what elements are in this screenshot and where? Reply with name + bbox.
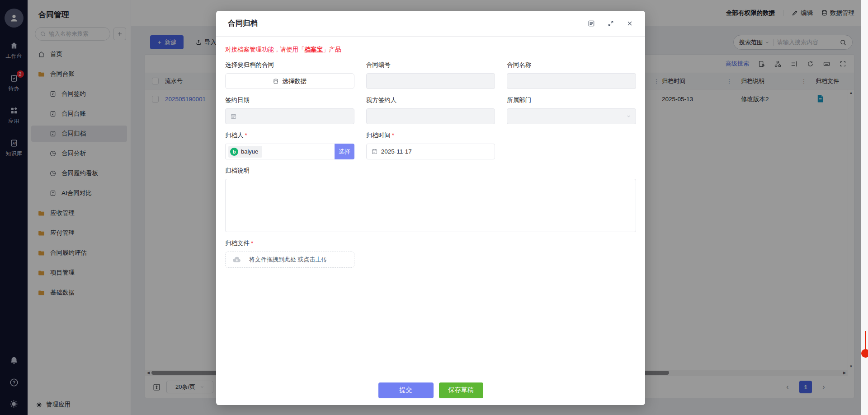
- doc-note-icon[interactable]: [587, 19, 595, 28]
- archive-file-label: 归档文件*: [225, 239, 354, 247]
- archiver-input[interactable]: b baiyue: [225, 144, 335, 159]
- our-signer-label: 我方签约人: [366, 96, 495, 104]
- archiver-tag: b baiyue: [228, 146, 262, 158]
- calendar-icon: [371, 148, 378, 155]
- archiver-label: 归档人*: [225, 131, 354, 140]
- contract-name-input: [507, 73, 636, 89]
- modal-title: 合同归档: [228, 19, 258, 28]
- contract-archive-modal: 合同归档 对接档案管理功能，请使用「档案宝」产品 选择要归档的合同 选择数据 合…: [216, 11, 645, 405]
- chevron-down-icon: [626, 114, 631, 119]
- submit-button[interactable]: 提交: [378, 382, 434, 398]
- scroll-position-pin[interactable]: [860, 331, 868, 358]
- archive-notice: 对接档案管理功能，请使用「档案宝」产品: [225, 46, 636, 54]
- cloud-upload-icon: [232, 255, 242, 265]
- save-draft-button[interactable]: 保存草稿: [439, 382, 483, 398]
- archive-note-textarea[interactable]: [225, 179, 636, 232]
- calendar-icon: [230, 113, 237, 120]
- sign-date-input: [225, 108, 354, 124]
- our-signer-input: [366, 108, 495, 124]
- archive-time-label: 归档时间*: [366, 131, 495, 140]
- contract-name-label: 合同名称: [507, 61, 636, 69]
- department-label: 所属部门: [507, 96, 636, 104]
- expand-icon[interactable]: [607, 20, 614, 27]
- danganbao-link[interactable]: 档案宝: [305, 46, 323, 53]
- archiver-name: baiyue: [241, 148, 258, 155]
- archiver-avatar: b: [230, 148, 238, 156]
- select-data-button[interactable]: 选择数据: [225, 73, 354, 89]
- close-icon[interactable]: [626, 20, 633, 27]
- contract-no-label: 合同编号: [366, 61, 495, 69]
- archive-time-input[interactable]: 2025-11-17: [366, 144, 495, 159]
- archive-time-value: 2025-11-17: [381, 148, 412, 155]
- archive-note-label: 归档说明: [225, 167, 636, 175]
- file-upload-dropzone[interactable]: 将文件拖拽到此处 或点击上传: [225, 252, 354, 268]
- contract-no-input: [366, 73, 495, 89]
- database-icon: [273, 78, 279, 84]
- sign-date-label: 签约日期: [225, 96, 354, 104]
- select-contract-label: 选择要归档的合同: [225, 61, 354, 69]
- archiver-select-button[interactable]: 选择: [335, 144, 354, 159]
- department-select: [507, 108, 636, 124]
- upload-hint: 将文件拖拽到此处 或点击上传: [249, 256, 327, 264]
